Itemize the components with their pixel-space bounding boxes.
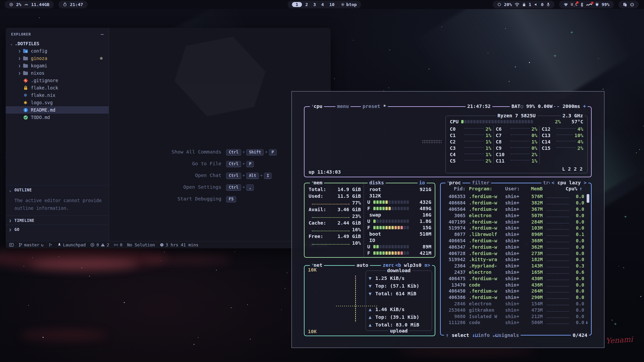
col-program[interactable]: Program: [466,186,505,191]
core-graph-dots [511,134,530,135]
process-graph-dots [547,197,569,198]
process-row[interactable]: 406475.ferdium-wshin+430M0.0 [442,275,590,282]
process-row[interactable]: 111286codeshin+506M0.0 [442,319,590,326]
devices-pill[interactable]: U̧C 99% [559,1,614,8]
tree-file--gitignore[interactable]: .gitignore [6,77,109,84]
process-row[interactable]: 406684.ferdium-wshin+382M0.0 [442,200,590,206]
star [509,81,509,82]
process-row[interactable]: 3065electronshin+507M0.0 [442,212,590,219]
core-name: C13 [542,133,556,138]
process-row[interactable]: 519942.kitty-wrashin+182M0.0 [442,256,590,263]
outline-title: OUTLINE [14,188,32,192]
cpu-box-title[interactable]: ¹cpu [310,103,324,110]
process-row[interactable]: 406353.ferdium-wshin+576M0.0 [442,193,590,200]
timeline-section-header[interactable]: ❯ TIMELINE [6,216,109,225]
shortcut-row: Open ChatCtrl+Alt+I [149,172,310,179]
time-tracker-status[interactable]: 3 hrs 41 mins [160,242,199,247]
tree-folder-config[interactable]: ❯config [6,47,109,55]
project-root-item[interactable]: ⌄ .DOTFILES [6,40,109,47]
workspace-button-10[interactable]: 10 [327,2,337,7]
col-pid[interactable]: Pid: [443,186,466,191]
tree-file-flake-nix[interactable]: ❄flake.nix [6,92,109,99]
proc-sort-selector[interactable]: < cpu lazy > [550,180,588,186]
process-row[interactable]: 406450.ferdium-wshin+264M0.0 [442,288,590,294]
net-auto-button[interactable]: auto [355,262,370,268]
tree-file-readme-md[interactable]: README.md [6,106,109,114]
workspace-button-2[interactable]: 2 [303,2,310,7]
wallpaper-red-glow [20,330,107,340]
cpu-core-column: C62%C70%C81%C90%C102%C111% [493,126,539,164]
process-row[interactable]: 406564.ferdium-wshin+367M0.0 [442,206,590,213]
proc-filter-button[interactable]: filter [470,180,491,186]
upload-stat-row: ▲Total: 83.0 MiB [369,321,429,328]
cpu-preset-button[interactable]: preset * [361,103,388,110]
workspace-button-3[interactable]: 3 [311,2,318,7]
process-row[interactable]: 2846electronshin+154M0.0 [442,301,590,307]
process-cpu: 0.3 [572,263,584,268]
tree-file-todo-md[interactable]: TODO.md [6,114,109,121]
cpu-menu-button[interactable]: menu [335,103,351,110]
cpu-core-row: C11% [450,132,491,138]
scroll-down-icon[interactable]: ↓ [585,319,588,325]
go-section-header[interactable]: ❯ GO [6,225,109,234]
quick-status-pill[interactable]: 20% 1 0 [493,1,554,8]
tree-folder-kogami[interactable]: ❯kogami [6,62,109,69]
tree-file-flake-lock[interactable]: flake.lock [6,84,109,92]
cpu-total-meter [461,120,533,123]
disk-name-row[interactable]: boot510M [367,231,431,237]
process-pid: 406347 [443,244,466,250]
disk-used-row: U432G [367,199,431,205]
tree-file-logo-svg[interactable]: ✱logo.svg [6,99,109,106]
process-row[interactable]: 9080Isolated Wshin+212M0.0 [442,313,590,319]
ports-count: 0 [120,242,122,247]
cpu-core-row: C124% [542,126,583,132]
process-mem: 273M [526,251,543,256]
process-row[interactable]: 407199.ferdium-wshin+284M0.0 [442,219,590,225]
process-row[interactable]: 519974.ferdium-wshin+103M0.0 [442,225,590,231]
col-mem[interactable]: MemB [526,186,543,191]
disk-name-row[interactable]: swap16G [367,212,431,218]
clock-pill[interactable]: 21:47 [58,1,87,8]
process-row[interactable]: 13470codeshin+436M0.0 [442,282,590,288]
proc-scrollbar-thumb[interactable] [587,194,589,203]
proc-footer-keys[interactable]: ↑ select ↓⊔info ↵⊔signals [444,332,521,339]
process-graph-dots [547,292,569,293]
ports-button[interactable]: 0 [114,242,122,247]
workspace-button-1[interactable]: 1 [292,2,302,7]
outline-section-header[interactable]: ⌄ OUTLINE [6,185,109,194]
system-stats-pill[interactable]: 2% 11.44GB [5,1,54,8]
launchpad-button[interactable]: Launchpad [57,242,86,247]
explorer-more-button[interactable]: ⋯ [101,32,104,37]
process-row[interactable]: 8077.librewolfshin+896M0.1 [442,231,590,238]
up-arrow-icon: ▲ [369,307,373,312]
io-toggle[interactable]: io [418,180,427,186]
col-user[interactable]: User: [505,186,526,191]
source-control-graph-button[interactable] [48,243,53,247]
git-branch-button[interactable]: master ↻ [18,242,44,247]
tree-folder-nixos[interactable]: ❯nixos [6,69,109,77]
process-row[interactable]: 2364.Hyprland-shin+143M0.3 [442,263,590,269]
problems-button[interactable]: 0 2 [90,242,109,247]
process-row[interactable]: 406654.ferdium-wshin+368M0.0 [442,238,590,244]
process-row[interactable]: 2437electronshin+165M0.6 [442,269,590,276]
mem-percent-value: 16% [352,227,361,232]
workspace-button-4[interactable]: 4 [319,2,326,7]
remote-indicator-button[interactable] [9,243,14,247]
tree-folder-ginoza[interactable]: ❯ginoza [6,55,109,62]
process-row[interactable]: 406728.ferdium-wshin+273M0.0 [442,250,590,256]
process-row[interactable]: 406347.ferdium-wshin+362M0.0 [442,244,590,250]
process-mem: 290M [526,295,543,300]
proc-box-title[interactable]: ⁴proc [445,180,463,186]
mem-box-title[interactable]: ²mem [310,180,324,186]
disks-toggle[interactable]: disks [368,180,386,186]
disk-name-row[interactable]: root921G [367,186,431,192]
core-percent: 4% [578,139,583,144]
solution-status[interactable]: No Solution [127,242,155,247]
col-cpu[interactable]: Cpu% [566,186,577,191]
session-pill[interactable] [619,1,639,8]
update-interval-control[interactable]: - 2000ms + [555,103,588,110]
core-graph-dots [511,141,530,141]
process-row[interactable]: 406386.ferdium-wshin+290M0.0 [442,294,590,301]
process-row[interactable]: 253640gitkrakenshin+473M0.0 [442,307,590,313]
mem-percent-row: 10% [309,240,361,246]
